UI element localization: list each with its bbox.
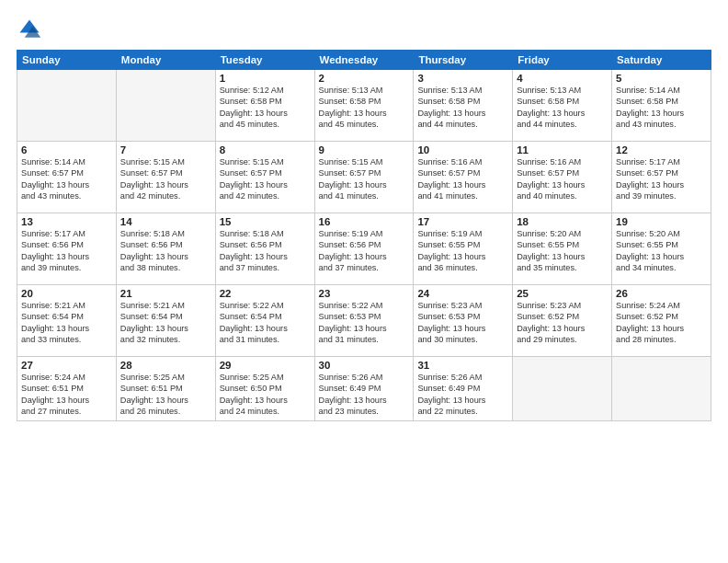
day-info: Sunrise: 5:26 AM Sunset: 6:49 PM Dayligh… [319, 372, 410, 418]
weekday-header-friday: Friday [513, 51, 612, 70]
week-row-5: 27Sunrise: 5:24 AM Sunset: 6:51 PM Dayli… [17, 357, 711, 421]
day-info: Sunrise: 5:13 AM Sunset: 6:58 PM Dayligh… [517, 85, 608, 131]
weekday-header-sunday: Sunday [17, 51, 117, 70]
day-info: Sunrise: 5:23 AM Sunset: 6:53 PM Dayligh… [417, 300, 508, 346]
day-info: Sunrise: 5:16 AM Sunset: 6:57 PM Dayligh… [417, 156, 508, 202]
day-number: 14 [120, 216, 211, 227]
day-info: Sunrise: 5:20 AM Sunset: 6:55 PM Dayligh… [517, 228, 608, 274]
calendar-cell: 4Sunrise: 5:13 AM Sunset: 6:58 PM Daylig… [513, 70, 612, 142]
day-number: 27 [21, 360, 112, 371]
day-info: Sunrise: 5:21 AM Sunset: 6:54 PM Dayligh… [21, 300, 112, 346]
calendar-cell [17, 70, 117, 142]
day-number: 7 [120, 144, 211, 155]
day-info: Sunrise: 5:20 AM Sunset: 6:55 PM Dayligh… [616, 228, 707, 274]
day-number: 21 [120, 288, 211, 299]
calendar-cell: 9Sunrise: 5:15 AM Sunset: 6:57 PM Daylig… [314, 142, 414, 213]
calendar-cell: 11Sunrise: 5:16 AM Sunset: 6:57 PM Dayli… [513, 142, 612, 213]
day-number: 1 [220, 73, 311, 84]
day-info: Sunrise: 5:17 AM Sunset: 6:57 PM Dayligh… [616, 156, 707, 202]
weekday-header-tuesday: Tuesday [215, 51, 314, 70]
day-info: Sunrise: 5:26 AM Sunset: 6:49 PM Dayligh… [417, 372, 508, 418]
day-number: 16 [319, 216, 410, 227]
calendar-cell: 29Sunrise: 5:25 AM Sunset: 6:50 PM Dayli… [215, 357, 314, 421]
day-info: Sunrise: 5:18 AM Sunset: 6:56 PM Dayligh… [120, 228, 211, 274]
calendar-cell [116, 70, 215, 142]
day-number: 18 [517, 216, 608, 227]
day-info: Sunrise: 5:23 AM Sunset: 6:52 PM Dayligh… [517, 300, 608, 346]
page: SundayMondayTuesdayWednesdayThursdayFrid… [0, 0, 728, 563]
day-number: 8 [220, 144, 311, 155]
day-number: 25 [517, 288, 608, 299]
day-number: 9 [319, 144, 410, 155]
day-number: 26 [616, 288, 707, 299]
calendar-cell: 21Sunrise: 5:21 AM Sunset: 6:54 PM Dayli… [116, 285, 215, 357]
week-row-2: 6Sunrise: 5:14 AM Sunset: 6:57 PM Daylig… [17, 142, 711, 213]
day-info: Sunrise: 5:19 AM Sunset: 6:55 PM Dayligh… [417, 228, 508, 274]
day-info: Sunrise: 5:14 AM Sunset: 6:57 PM Dayligh… [21, 156, 112, 202]
day-number: 3 [417, 73, 508, 84]
calendar-cell: 30Sunrise: 5:26 AM Sunset: 6:49 PM Dayli… [314, 357, 414, 421]
calendar-cell: 16Sunrise: 5:19 AM Sunset: 6:56 PM Dayli… [314, 213, 414, 285]
header [17, 17, 711, 42]
calendar-table: SundayMondayTuesdayWednesdayThursdayFrid… [17, 50, 711, 421]
calendar-cell: 24Sunrise: 5:23 AM Sunset: 6:53 PM Dayli… [414, 285, 513, 357]
calendar-cell: 15Sunrise: 5:18 AM Sunset: 6:56 PM Dayli… [215, 213, 314, 285]
day-info: Sunrise: 5:12 AM Sunset: 6:58 PM Dayligh… [220, 85, 311, 131]
day-info: Sunrise: 5:25 AM Sunset: 6:51 PM Dayligh… [120, 372, 211, 418]
day-info: Sunrise: 5:19 AM Sunset: 6:56 PM Dayligh… [319, 228, 410, 274]
day-number: 10 [417, 144, 508, 155]
day-number: 15 [220, 216, 311, 227]
day-info: Sunrise: 5:15 AM Sunset: 6:57 PM Dayligh… [120, 156, 211, 202]
day-number: 2 [319, 73, 410, 84]
day-number: 31 [417, 360, 508, 371]
day-info: Sunrise: 5:24 AM Sunset: 6:51 PM Dayligh… [21, 372, 112, 418]
day-number: 6 [21, 144, 112, 155]
day-info: Sunrise: 5:22 AM Sunset: 6:54 PM Dayligh… [220, 300, 311, 346]
calendar-cell [513, 357, 612, 421]
calendar-cell: 5Sunrise: 5:14 AM Sunset: 6:58 PM Daylig… [612, 70, 711, 142]
day-number: 11 [517, 144, 608, 155]
day-info: Sunrise: 5:15 AM Sunset: 6:57 PM Dayligh… [319, 156, 410, 202]
calendar-cell: 27Sunrise: 5:24 AM Sunset: 6:51 PM Dayli… [17, 357, 117, 421]
day-info: Sunrise: 5:18 AM Sunset: 6:56 PM Dayligh… [220, 228, 311, 274]
calendar-cell: 26Sunrise: 5:24 AM Sunset: 6:52 PM Dayli… [612, 285, 711, 357]
calendar-cell: 10Sunrise: 5:16 AM Sunset: 6:57 PM Dayli… [414, 142, 513, 213]
calendar-cell: 25Sunrise: 5:23 AM Sunset: 6:52 PM Dayli… [513, 285, 612, 357]
calendar-cell: 19Sunrise: 5:20 AM Sunset: 6:55 PM Dayli… [612, 213, 711, 285]
day-info: Sunrise: 5:14 AM Sunset: 6:58 PM Dayligh… [616, 85, 707, 131]
calendar-cell: 28Sunrise: 5:25 AM Sunset: 6:51 PM Dayli… [116, 357, 215, 421]
week-row-4: 20Sunrise: 5:21 AM Sunset: 6:54 PM Dayli… [17, 285, 711, 357]
calendar-cell: 17Sunrise: 5:19 AM Sunset: 6:55 PM Dayli… [414, 213, 513, 285]
day-info: Sunrise: 5:25 AM Sunset: 6:50 PM Dayligh… [220, 372, 311, 418]
day-number: 4 [517, 73, 608, 84]
calendar-cell [612, 357, 711, 421]
day-number: 20 [21, 288, 112, 299]
day-number: 12 [616, 144, 707, 155]
day-number: 19 [616, 216, 707, 227]
day-info: Sunrise: 5:24 AM Sunset: 6:52 PM Dayligh… [616, 300, 707, 346]
day-info: Sunrise: 5:17 AM Sunset: 6:56 PM Dayligh… [21, 228, 112, 274]
day-number: 23 [319, 288, 410, 299]
calendar-cell: 20Sunrise: 5:21 AM Sunset: 6:54 PM Dayli… [17, 285, 117, 357]
week-row-1: 1Sunrise: 5:12 AM Sunset: 6:58 PM Daylig… [17, 70, 711, 142]
calendar-cell: 6Sunrise: 5:14 AM Sunset: 6:57 PM Daylig… [17, 142, 117, 213]
weekday-header-row: SundayMondayTuesdayWednesdayThursdayFrid… [17, 51, 711, 70]
calendar-cell: 3Sunrise: 5:13 AM Sunset: 6:58 PM Daylig… [414, 70, 513, 142]
day-number: 24 [417, 288, 508, 299]
weekday-header-monday: Monday [116, 51, 215, 70]
weekday-header-saturday: Saturday [612, 51, 711, 70]
logo-icon [17, 17, 42, 42]
day-number: 22 [220, 288, 311, 299]
calendar-cell: 1Sunrise: 5:12 AM Sunset: 6:58 PM Daylig… [215, 70, 314, 142]
calendar-cell: 22Sunrise: 5:22 AM Sunset: 6:54 PM Dayli… [215, 285, 314, 357]
week-row-3: 13Sunrise: 5:17 AM Sunset: 6:56 PM Dayli… [17, 213, 711, 285]
calendar-cell: 8Sunrise: 5:15 AM Sunset: 6:57 PM Daylig… [215, 142, 314, 213]
day-info: Sunrise: 5:21 AM Sunset: 6:54 PM Dayligh… [120, 300, 211, 346]
day-info: Sunrise: 5:22 AM Sunset: 6:53 PM Dayligh… [319, 300, 410, 346]
calendar-cell: 2Sunrise: 5:13 AM Sunset: 6:58 PM Daylig… [314, 70, 414, 142]
weekday-header-thursday: Thursday [414, 51, 513, 70]
day-number: 30 [319, 360, 410, 371]
day-number: 5 [616, 73, 707, 84]
day-info: Sunrise: 5:16 AM Sunset: 6:57 PM Dayligh… [517, 156, 608, 202]
calendar-cell: 14Sunrise: 5:18 AM Sunset: 6:56 PM Dayli… [116, 213, 215, 285]
